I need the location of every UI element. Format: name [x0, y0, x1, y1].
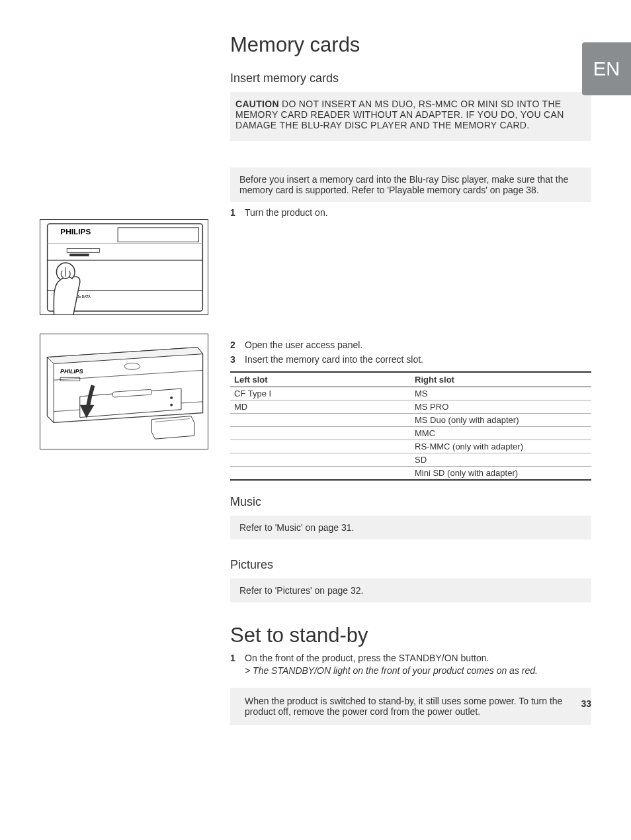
step-number: 3 [230, 354, 245, 365]
brand-text: PHILIPS [60, 368, 83, 375]
step-text: Open the user access panel. [245, 340, 591, 350]
heading-music: Music [230, 495, 591, 509]
step-3: 3 Insert the memory card into the correc… [230, 354, 591, 365]
standby-step-1: 1 On the front of the product, press the… [230, 653, 591, 676]
page-number: 33 [581, 698, 591, 709]
step-number: 2 [230, 340, 245, 350]
caution-box: CAUTION DO NOT INSERT AN MS DUO, RS-MMC … [230, 92, 591, 141]
table-row: CF Type IMS [230, 387, 591, 400]
svg-point-18 [170, 404, 173, 406]
step-1: 1 Turn the product on. [230, 207, 591, 218]
svg-rect-1 [118, 228, 198, 242]
illustration-power-on: PHILIPS 2x DATA [40, 219, 208, 315]
heading-insert-memory-cards: Insert memory cards [230, 71, 591, 85]
table-row: MMC [230, 427, 591, 440]
svg-marker-19 [152, 416, 194, 440]
table-row: MS Duo (only with adapter) [230, 414, 591, 427]
pre-insert-note: Before you insert a memory card into the… [230, 167, 591, 202]
table-row: Mini SD (only with adapter) [230, 467, 591, 481]
svg-rect-5 [67, 248, 99, 252]
svg-point-17 [170, 397, 173, 399]
brand-text: PHILIPS [60, 227, 91, 236]
finger-icon [54, 263, 80, 314]
caution-text: DO NOT INSERT AN MS DUO, RS-MMC OR MINI … [235, 99, 564, 130]
pictures-reference: Refer to 'Pictures' on page 32. [230, 579, 591, 602]
language-tag: EN [582, 42, 631, 95]
step-text: Turn the product on. [245, 207, 591, 218]
caution-label: CAUTION [235, 99, 279, 109]
illustration-card-slot: PHILIPS [40, 334, 208, 449]
table-row: RS-MMC (only with adapter) [230, 440, 591, 453]
step-text: On the front of the product, press the S… [245, 653, 591, 676]
slot-table: Left slot Right slot CF Type IMS MDMS PR… [230, 371, 591, 481]
step-number: 1 [230, 653, 245, 663]
heading-memory-cards: Memory cards [230, 33, 591, 57]
heading-pictures: Pictures [230, 558, 591, 572]
table-row: SD [230, 453, 591, 467]
table-header-left: Left slot [230, 372, 411, 387]
table-row: MDMS PRO [230, 400, 591, 414]
step-number: 1 [230, 207, 245, 218]
table-header-right: Right slot [411, 372, 591, 387]
svg-text:2x DATA: 2x DATA [77, 295, 91, 299]
svg-rect-6 [69, 254, 89, 256]
memory-card-icon [152, 416, 194, 440]
standby-power-note: When the product is switched to stand-by… [230, 688, 591, 725]
standby-result: The STANDBY/ON light on the front of you… [245, 665, 591, 676]
step-2: 2 Open the user access panel. [230, 340, 591, 350]
music-reference: Refer to 'Music' on page 31. [230, 516, 591, 539]
step-text: Insert the memory card into the correct … [245, 354, 591, 365]
heading-set-to-standby: Set to stand-by [230, 624, 591, 647]
